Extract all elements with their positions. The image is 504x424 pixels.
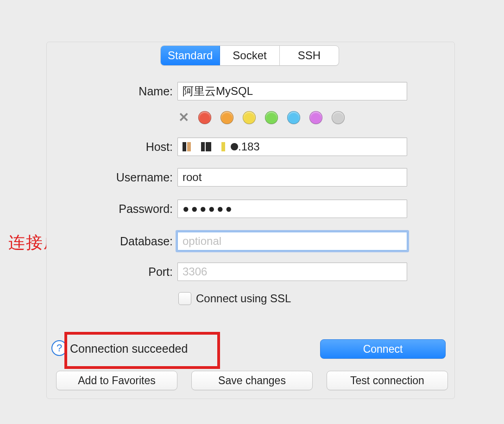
color-dot-red[interactable] xyxy=(198,111,211,124)
username-input[interactable]: root xyxy=(177,168,407,187)
host-obscured xyxy=(183,142,238,151)
ssl-checkbox[interactable] xyxy=(178,292,191,305)
username-label: Username: xyxy=(47,171,177,184)
color-tag-row: ✕ xyxy=(178,111,345,124)
color-dot-yellow[interactable] xyxy=(243,111,256,124)
database-label: Database: xyxy=(47,235,177,248)
tab-standard[interactable]: Standard xyxy=(161,46,220,65)
connection-panel: Standard Socket SSH Name: 阿里云MySQL ✕ Hos… xyxy=(46,42,455,399)
save-changes-button[interactable]: Save changes xyxy=(191,371,313,390)
color-dot-blue[interactable] xyxy=(287,111,300,124)
connect-button[interactable]: Connect xyxy=(320,339,446,359)
host-visible-suffix: .183 xyxy=(238,140,260,153)
test-connection-button[interactable]: Test connection xyxy=(327,371,448,390)
connection-type-tabs: Standard Socket SSH xyxy=(160,45,339,66)
tab-socket[interactable]: Socket xyxy=(220,46,279,65)
name-label: Name: xyxy=(47,85,177,98)
port-label: Port: xyxy=(47,265,177,279)
color-dot-gray[interactable] xyxy=(332,111,345,124)
ssl-label: Connect using SSL xyxy=(196,292,291,305)
password-label: Password: xyxy=(47,202,177,216)
database-input[interactable]: optional xyxy=(177,232,407,250)
color-dot-green[interactable] xyxy=(265,111,278,124)
port-input[interactable]: 3306 xyxy=(177,262,407,281)
host-input[interactable]: .183 xyxy=(177,137,407,156)
host-label: Host: xyxy=(47,140,177,154)
help-icon[interactable]: ? xyxy=(51,340,67,356)
bottom-button-row: Add to Favorites Save changes Test conne… xyxy=(56,371,448,390)
color-dot-purple[interactable] xyxy=(309,111,322,124)
name-input[interactable]: 阿里云MySQL xyxy=(177,82,407,100)
connection-status: Connection succeeded xyxy=(70,342,188,355)
color-dot-orange[interactable] xyxy=(220,111,233,124)
clear-color-icon[interactable]: ✕ xyxy=(178,111,189,124)
add-to-favorites-button[interactable]: Add to Favorites xyxy=(56,371,177,390)
tab-ssh[interactable]: SSH xyxy=(280,46,339,65)
password-input[interactable]: ●●●●●● xyxy=(177,200,407,218)
